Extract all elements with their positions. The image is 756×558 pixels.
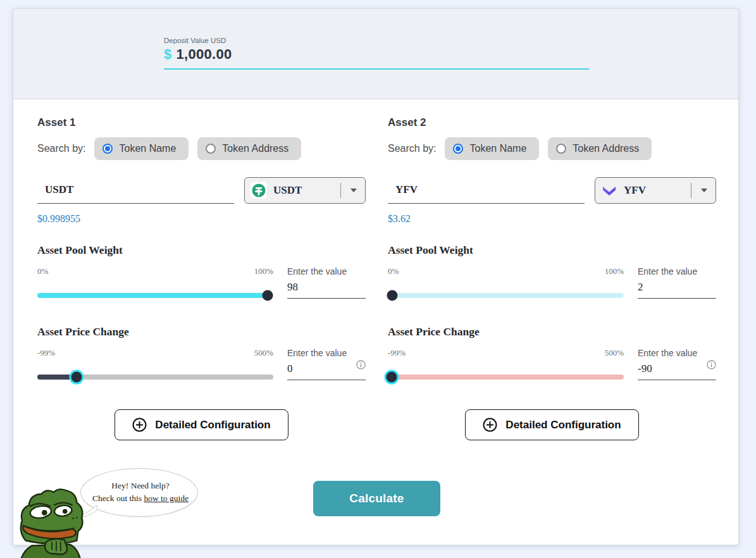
dropdown-divider <box>691 183 691 198</box>
pool-weight-max-label: 100% <box>254 266 273 276</box>
asset2-pool-weight-input[interactable] <box>638 281 692 294</box>
enter-value-label: Enter the value <box>287 348 366 358</box>
enter-value-label: Enter the value <box>638 266 716 276</box>
asset2-pool-weight-slider[interactable] <box>388 293 624 298</box>
asset1-price-change-title: Asset Price Change <box>37 325 366 338</box>
price-change-max-label: 500% <box>605 348 624 358</box>
how-to-guide-link[interactable]: how to guide <box>144 493 189 503</box>
asset2-token-name-radio[interactable]: Token Name <box>445 137 539 160</box>
asset1-token-name-radio[interactable]: Token Name <box>94 137 189 160</box>
help-line1: Hey! Need help? <box>111 481 169 490</box>
currency-symbol: $ <box>164 46 172 62</box>
info-icon[interactable] <box>356 360 366 372</box>
pepe-mascot-image <box>17 482 92 558</box>
help-line2: Check out this <box>92 493 144 503</box>
asset1-token-address-radio[interactable]: Token Address <box>197 137 301 160</box>
asset1-token-search-input[interactable] <box>37 181 234 204</box>
chevron-down-icon <box>698 189 710 192</box>
asset1-price: $0.998955 <box>37 213 366 225</box>
radio-selected-icon <box>102 144 113 154</box>
enter-value-label: Enter the value <box>638 348 716 358</box>
token-address-option-label: Token Address <box>222 143 288 154</box>
slider-fill <box>37 293 268 298</box>
asset2-price-change-slider[interactable] <box>388 375 624 380</box>
asset1-search-row: Search by: Token Name Token Address <box>37 137 366 160</box>
asset1-pool-weight-input[interactable] <box>287 281 342 294</box>
price-change-min-label: -99% <box>388 348 406 358</box>
help-widget: Hey! Need help? Check out this how to gu… <box>17 464 213 558</box>
asset2-pool-weight-slider-thumb[interactable] <box>387 290 398 301</box>
deposit-field: Deposit Value USD $1,000.00 <box>164 9 589 70</box>
asset2-token-search-input[interactable] <box>388 181 585 204</box>
search-by-label: Search by: <box>388 143 436 154</box>
radio-unselected-icon <box>206 144 216 154</box>
asset2-token-dropdown[interactable]: YFV <box>595 177 716 204</box>
yfv-icon <box>601 182 617 199</box>
pool-weight-min-label: 0% <box>388 266 399 276</box>
asset1-token-dropdown[interactable]: USDT <box>244 177 366 204</box>
asset2-price-change-title: Asset Price Change <box>388 325 716 338</box>
detailed-configuration-label: Detailed Configuration <box>155 419 270 431</box>
asset1-price-change-slider[interactable] <box>37 375 273 380</box>
asset2-selected-token: YFV <box>624 184 685 197</box>
asset2-price-change-slider-thumb[interactable] <box>386 372 397 383</box>
asset2-price: $3.62 <box>388 213 716 225</box>
token-name-option-label: Token Name <box>119 143 176 154</box>
asset1-pool-weight-title: Asset Pool Weight <box>37 244 366 257</box>
deposit-label: Deposit Value USD <box>164 37 589 44</box>
deposit-underline <box>164 68 589 70</box>
asset1-column: Asset 1 Search by: Token Name Token Addr… <box>37 116 366 440</box>
token-address-option-label: Token Address <box>573 143 639 154</box>
deposit-amount: 1,000.00 <box>177 46 232 62</box>
search-by-label: Search by: <box>37 143 85 154</box>
price-change-max-label: 500% <box>254 348 273 358</box>
asset1-detailed-configuration-button[interactable]: Detailed Configuration <box>115 409 288 440</box>
enter-value-label: Enter the value <box>287 266 366 276</box>
plus-circle-icon <box>132 418 147 432</box>
plus-circle-icon <box>483 418 497 432</box>
asset2-price-change-input[interactable] <box>638 363 692 375</box>
detailed-configuration-label: Detailed Configuration <box>505 419 621 431</box>
asset2-title: Asset 2 <box>388 116 716 129</box>
asset2-column: Asset 2 Search by: Token Name Token Addr… <box>388 116 716 440</box>
deposit-value-input[interactable]: $1,000.00 <box>164 46 589 63</box>
chevron-down-icon <box>347 189 360 192</box>
dropdown-divider <box>340 183 341 198</box>
info-icon[interactable] <box>707 360 716 372</box>
radio-unselected-icon <box>556 144 566 154</box>
price-change-min-label: -99% <box>37 348 55 358</box>
asset1-price-change-input[interactable] <box>287 363 342 375</box>
asset2-pool-weight-title: Asset Pool Weight <box>388 244 716 257</box>
calculate-button[interactable]: Calculate <box>313 481 440 516</box>
asset2-detailed-configuration-button[interactable]: Detailed Configuration <box>465 409 638 440</box>
asset2-token-address-radio[interactable]: Token Address <box>548 137 652 160</box>
token-name-option-label: Token Name <box>469 143 526 154</box>
main-card: Deposit Value USD $1,000.00 Asset 1 Sear… <box>13 8 739 545</box>
asset1-pool-weight-slider-thumb[interactable] <box>262 290 273 301</box>
asset1-price-change-slider-thumb[interactable] <box>71 372 82 383</box>
asset1-title: Asset 1 <box>37 116 366 129</box>
pool-weight-max-label: 100% <box>605 266 624 276</box>
pool-weight-min-label: 0% <box>37 266 48 276</box>
deposit-band: Deposit Value USD $1,000.00 <box>13 9 738 99</box>
asset2-search-row: Search by: Token Name Token Address <box>388 137 716 160</box>
asset1-selected-token: USDT <box>273 184 334 197</box>
tether-icon <box>251 182 267 199</box>
asset1-pool-weight-slider[interactable] <box>37 293 273 298</box>
radio-selected-icon <box>453 144 463 154</box>
